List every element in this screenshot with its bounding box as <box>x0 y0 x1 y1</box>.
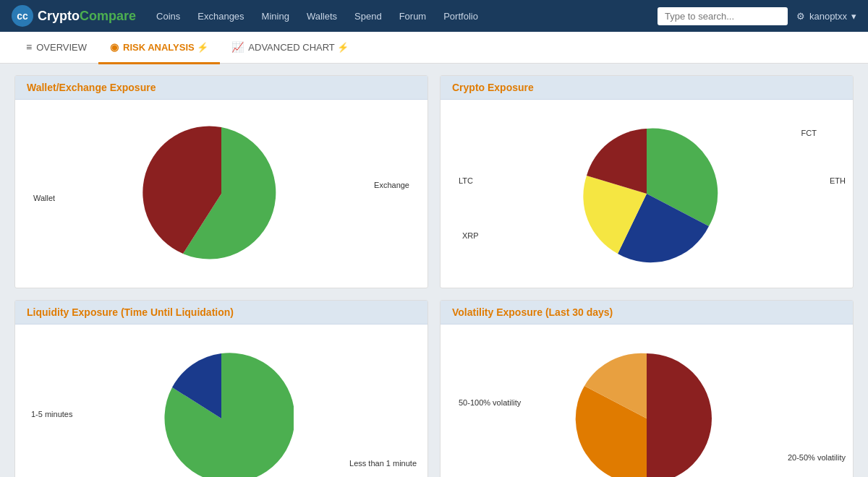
main-content: Wallet/Exchange Exposure Wallet Exchange… <box>0 64 868 477</box>
nav-exchanges[interactable]: Exchanges <box>189 0 252 32</box>
tab-overview[interactable]: ≡ OVERVIEW <box>14 33 98 64</box>
wallet-exchange-card: Wallet/Exchange Exposure Wallet Exchange <box>14 75 428 288</box>
search-input[interactable] <box>658 7 788 25</box>
exchange-label: Exchange <box>374 181 409 189</box>
username: kanoptxx <box>809 11 847 22</box>
navbar: cc CryptoCompare Coins Exchanges Mining … <box>0 0 868 32</box>
logo-text-crypto: Crypto <box>38 9 80 23</box>
liquidity-body: 1-5 minutes Less than 1 minute <box>15 325 427 477</box>
wallet-label: Wallet <box>33 194 55 202</box>
wallet-exchange-body: Wallet Exchange <box>15 100 427 288</box>
risk-icon: ◉ <box>110 41 119 53</box>
volatility-pie-container: 50-100% volatility 20-50% volatility <box>455 346 838 477</box>
eth-label: ETH <box>830 176 846 185</box>
wallet-exchange-title: Wallet/Exchange Exposure <box>15 76 427 100</box>
crypto-exposure-pie-container: ETH XRP LTC FCT <box>455 121 838 266</box>
crypto-exposure-title: Crypto Exposure <box>441 76 853 100</box>
user-icon: ⚙ <box>796 11 805 22</box>
overview-icon: ≡ <box>26 41 32 53</box>
volatility-20-50-label: 20-50% volatility <box>788 453 846 462</box>
tab-risk[interactable]: ◉ RISK ANALYSIS ⚡ <box>98 33 220 64</box>
tabs-bar: ≡ OVERVIEW ◉ RISK ANALYSIS ⚡ 📈 ADVANCED … <box>0 32 868 64</box>
liquidity-pie-container: 1-5 minutes Less than 1 minute <box>30 346 413 477</box>
tab-risk-label: RISK ANALYSIS ⚡ <box>123 42 208 53</box>
crypto-exposure-card: Crypto Exposure ETH XRP LTC <box>440 75 854 288</box>
nav-links: Coins Exchanges Mining Wallets Spend For… <box>148 0 658 32</box>
nav-spend[interactable]: Spend <box>346 0 391 32</box>
wallet-exchange-svg <box>142 114 301 273</box>
fct-label: FCT <box>801 129 817 137</box>
user-dropdown-icon: ▾ <box>851 11 856 22</box>
crypto-exposure-body: ETH XRP LTC FCT <box>441 100 853 288</box>
liquidity-svg <box>149 346 294 477</box>
logo-text: CryptoCompare <box>38 9 136 24</box>
liquidity-card: Liquidity Exposure (Time Until Liquidati… <box>14 300 428 477</box>
user-menu[interactable]: ⚙ kanoptxx ▾ <box>796 11 856 22</box>
volatility-title: Volatility Exposure (Last 30 days) <box>441 301 853 325</box>
nav-forum[interactable]: Forum <box>391 0 435 32</box>
tab-chart[interactable]: 📈 ADVANCED CHART ⚡ <box>220 33 360 64</box>
logo-text-compare: Compare <box>80 9 136 23</box>
minutes-1-5-label: 1-5 minutes <box>31 410 72 418</box>
logo-icon: cc <box>12 5 33 27</box>
xrp-label: XRP <box>462 231 479 240</box>
nav-coins[interactable]: Coins <box>148 0 189 32</box>
volatility-50-100-label: 50-100% volatility <box>459 398 521 407</box>
tab-overview-label: OVERVIEW <box>36 42 87 53</box>
tab-chart-label: ADVANCED CHART ⚡ <box>248 42 349 53</box>
crypto-exposure-svg <box>574 121 719 266</box>
volatility-body: 50-100% volatility 20-50% volatility <box>441 325 853 477</box>
logo[interactable]: cc CryptoCompare <box>12 5 136 27</box>
nav-portfolio[interactable]: Portfolio <box>435 0 487 32</box>
less-than-1-label: Less than 1 minute <box>349 459 417 468</box>
chart-grid: Wallet/Exchange Exposure Wallet Exchange… <box>14 75 854 477</box>
wallet-exchange-pie-container: Wallet Exchange <box>30 114 413 273</box>
volatility-svg <box>574 346 719 477</box>
ltc-label: LTC <box>459 176 473 185</box>
nav-mining[interactable]: Mining <box>253 0 298 32</box>
volatility-card: Volatility Exposure (Last 30 days) 50-10… <box>440 300 854 477</box>
nav-wallets[interactable]: Wallets <box>298 0 346 32</box>
liquidity-title: Liquidity Exposure (Time Until Liquidati… <box>15 301 427 325</box>
chart-icon: 📈 <box>231 41 244 53</box>
